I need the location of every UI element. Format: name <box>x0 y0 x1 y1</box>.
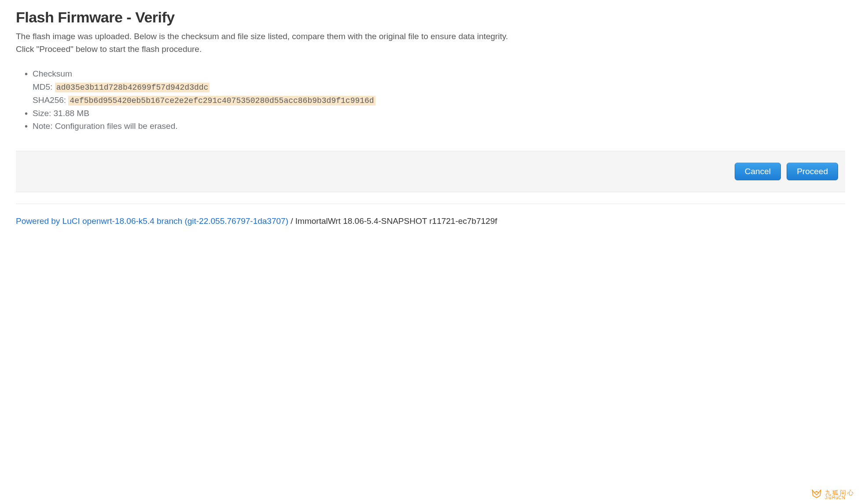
description-line-2: Click "Proceed" below to start the flash… <box>16 44 202 54</box>
proceed-button[interactable]: Proceed <box>787 163 838 180</box>
footer-separator <box>16 204 845 204</box>
cancel-button[interactable]: Cancel <box>735 163 781 180</box>
size-label: Size: <box>33 109 51 118</box>
footer-luci-link[interactable]: Powered by LuCI openwrt-18.06-k5.4 branc… <box>16 216 288 226</box>
md5-value: ad035e3b11d728b42699f57d942d3ddc <box>55 83 210 92</box>
sha256-value: 4ef5b6d955420eb5b167ce2e2efc291c40753502… <box>68 96 375 106</box>
note-label: Note: <box>33 121 52 131</box>
footer-slash: / <box>288 216 295 226</box>
page-title: Flash Firmware - Verify <box>16 9 845 26</box>
checksum-item: Checksum MD5: ad035e3b11d728b42699f57d94… <box>33 68 845 106</box>
description-line-1: The flash image was uploaded. Below is t… <box>16 32 508 41</box>
sha256-line: SHA256: 4ef5b6d955420eb5b167ce2e2efc291c… <box>33 94 845 106</box>
verify-info-list: Checksum MD5: ad035e3b11d728b42699f57d94… <box>16 68 845 132</box>
note-item: Note: Configuration files will be erased… <box>33 120 845 132</box>
size-value: 31.88 MB <box>54 109 89 118</box>
note-value: Configuration files will be erased. <box>55 121 178 131</box>
size-item: Size: 31.88 MB <box>33 107 845 120</box>
page-description: The flash image was uploaded. Below is t… <box>16 30 845 55</box>
md5-line: MD5: ad035e3b11d728b42699f57d942d3ddc <box>33 81 845 93</box>
footer: Powered by LuCI openwrt-18.06-k5.4 branc… <box>16 216 845 244</box>
checksum-label: Checksum <box>33 69 72 78</box>
footer-version: ImmortalWrt 18.06-5.4-SNAPSHOT r11721-ec… <box>295 216 497 226</box>
sha256-label: SHA256: <box>33 95 66 105</box>
md5-label: MD5: <box>33 82 52 91</box>
actions-bar: Cancel Proceed <box>16 151 845 192</box>
